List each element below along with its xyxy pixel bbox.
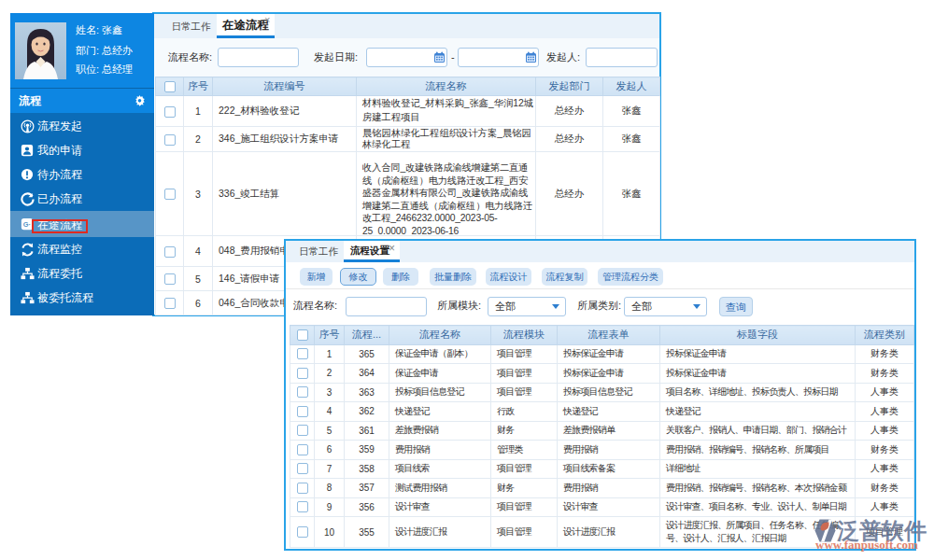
svg-text:G·: G· — [23, 220, 31, 229]
